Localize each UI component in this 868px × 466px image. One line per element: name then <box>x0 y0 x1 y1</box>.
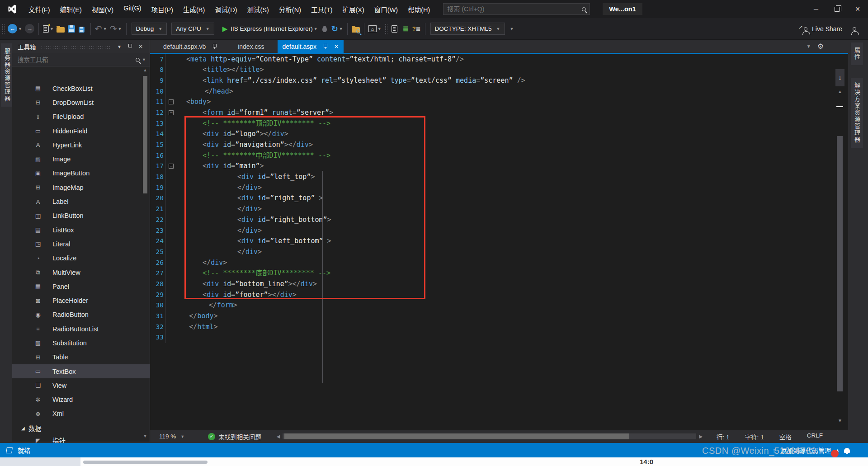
toolbox-item[interactable]: ◫LinkButton <box>12 209 150 223</box>
scrollbar-thumb[interactable] <box>837 136 843 391</box>
toolbox-item[interactable]: ▣ImageButton <box>12 166 150 180</box>
new-file-button[interactable]: ▼ <box>42 22 55 36</box>
doctype-dropdown[interactable]: DOCTYPE: XHTML5▼ <box>430 23 505 35</box>
scroll-up-icon[interactable]: ▲ <box>142 68 148 72</box>
toolbox-item[interactable]: ≡RadioButtonList <box>12 322 150 336</box>
split-editor-handle[interactable]: ↕ <box>835 69 844 86</box>
menu-item[interactable]: 测试(S) <box>242 3 274 16</box>
toolbox-item[interactable]: ▨Image <box>12 152 150 166</box>
toolbar-grip[interactable] <box>2 24 5 34</box>
editor-tab-index.css[interactable]: index.css <box>233 40 269 53</box>
toolbox-item[interactable]: ◔Localize <box>12 251 150 265</box>
toolbox-item[interactable]: ▤ListBox <box>12 223 150 237</box>
toolbox-item[interactable]: ⊞Table <box>12 350 150 364</box>
send-feedback-button[interactable] <box>850 22 861 36</box>
comment-lines-button[interactable]: ?≣ <box>411 22 422 36</box>
close-icon[interactable]: ✕ <box>135 43 146 50</box>
solution-configuration-dropdown[interactable]: Debug▼ <box>132 23 167 35</box>
scroll-down-icon[interactable]: ▼ <box>142 434 148 438</box>
live-share-button[interactable]: ↗ Live Share <box>797 22 844 36</box>
toolbox-search-box[interactable]: ▼ <box>12 53 150 66</box>
close-button[interactable]: ✕ <box>847 0 868 18</box>
menu-item[interactable]: 窗口(W) <box>369 3 403 16</box>
save-button[interactable] <box>66 22 77 36</box>
gear-icon[interactable]: ⚙ <box>817 42 824 51</box>
toolbox-search-input[interactable] <box>18 56 136 63</box>
pin-icon[interactable] <box>323 44 327 49</box>
column-indicator[interactable]: 字符: 1 <box>737 432 772 441</box>
sidebar-tab-server-explorer[interactable]: 服务器资源管理器 <box>1 43 13 107</box>
toolbox-item[interactable]: ▧Substitution <box>12 336 150 350</box>
search-icon[interactable] <box>136 58 140 62</box>
save-all-button[interactable] <box>77 22 88 36</box>
solution-platform-dropdown[interactable]: Any CPU▼ <box>171 23 214 35</box>
close-icon[interactable]: ✕ <box>334 43 339 50</box>
menu-item[interactable]: 帮助(H) <box>403 3 435 16</box>
scrollbar-thumb[interactable] <box>284 433 629 439</box>
menu-item[interactable]: Git(G) <box>118 3 146 16</box>
find-in-files-button[interactable] <box>350 22 361 36</box>
zoom-level-dropdown[interactable]: 119 % ▼ <box>150 433 189 440</box>
menu-item[interactable]: 扩展(X) <box>338 3 369 16</box>
toolbox-section-header[interactable]: ◢ 数据 <box>12 422 150 434</box>
format-selection-button[interactable]: ≣ <box>400 22 411 36</box>
navigate-forward-button[interactable]: → <box>24 22 36 36</box>
menu-item[interactable]: 文件(F) <box>24 3 55 16</box>
editor-horizontal-scrollbar[interactable] <box>283 433 696 439</box>
menu-item[interactable]: 项目(P) <box>146 3 178 16</box>
document-list-icon[interactable]: ▼ <box>807 44 811 49</box>
scroll-up-icon[interactable]: ▲ <box>835 89 844 94</box>
editor-tab-default.aspx.vb[interactable]: default.aspx.vb <box>158 40 225 53</box>
scrollbar-thumb[interactable] <box>143 76 147 193</box>
toolbox-drag-handle[interactable] <box>41 46 111 49</box>
open-file-button[interactable] <box>55 22 66 36</box>
toolbar-grip[interactable] <box>385 24 387 34</box>
toolbox-item[interactable]: ⊞ImageMap <box>12 180 150 194</box>
minimize-button[interactable]: ─ <box>806 0 826 18</box>
refresh-button[interactable]: ↻▼ <box>330 22 344 36</box>
menu-item[interactable]: 调试(D) <box>210 3 242 16</box>
global-search-input[interactable] <box>447 5 582 13</box>
hot-reload-button[interactable] <box>319 22 330 36</box>
undo-button[interactable]: ↶▼ <box>94 22 108 36</box>
scroll-down-icon[interactable]: ▼ <box>835 418 844 423</box>
fold-collapse-button[interactable]: − <box>169 164 174 169</box>
toolbox-item[interactable]: ◉RadioButton <box>12 308 150 322</box>
toolbox-item[interactable]: AHyperLink <box>12 138 150 152</box>
start-debugging-button[interactable]: ▶ IIS Express (Internet Explorer) ▼ <box>221 22 319 36</box>
sidebar-tab-解决方案资源管理器[interactable]: 解决方案资源管理器 <box>851 78 863 148</box>
toolbox-menu-icon[interactable]: ▼ <box>114 44 125 49</box>
chevron-down-icon[interactable]: ▼ <box>142 57 146 62</box>
format-document-button[interactable] <box>389 22 400 36</box>
toolbox-header[interactable]: 工具箱 ▼ ✕ <box>12 40 150 53</box>
toolbox-item[interactable]: ⧉MultiView <box>12 265 150 279</box>
sidebar-tab-属性[interactable]: 属性 <box>851 42 863 65</box>
editor-vertical-scrollbar[interactable]: ↕ ▲ ▼ <box>835 69 844 466</box>
navigate-back-button[interactable]: ←▼ <box>6 22 24 36</box>
toolbox-item[interactable]: ⊠PlaceHolder <box>12 293 150 307</box>
toolbox-scrollbar[interactable]: ▲ ▼ <box>142 68 148 438</box>
toolbox-item[interactable]: ALabel <box>12 194 150 208</box>
toolbox-item[interactable]: ▤CheckBoxList <box>12 81 150 95</box>
fold-collapse-button[interactable]: − <box>169 110 174 115</box>
search-icon[interactable] <box>582 7 586 11</box>
restore-button[interactable] <box>826 0 847 18</box>
line-indicator[interactable]: 行: 1 <box>709 432 737 441</box>
editor-tab-default.aspx[interactable]: default.aspx✕ <box>278 40 344 53</box>
document-health-indicator[interactable]: ✓ 未找到相关问题 <box>208 432 261 441</box>
toolbox-item[interactable]: ⊟DropDownList <box>12 95 150 109</box>
menu-item[interactable]: 视图(V) <box>87 3 118 16</box>
toolbar-overflow-icon[interactable]: ▼ <box>510 27 514 31</box>
toolbox-item[interactable]: ▦Panel <box>12 279 150 293</box>
menu-item[interactable]: 分析(N) <box>274 3 306 16</box>
menu-item[interactable]: 生成(B) <box>178 3 210 16</box>
eol-indicator[interactable]: CRLF <box>799 432 830 441</box>
toolbox-item[interactable]: ❏View <box>12 378 150 392</box>
scroll-left-icon[interactable]: ◀ <box>277 434 280 439</box>
browser-preview-button[interactable]: ⌂▼ <box>367 22 383 36</box>
menu-item[interactable]: 工具(T) <box>306 3 338 16</box>
pin-icon[interactable] <box>212 44 217 49</box>
menu-item[interactable]: 编辑(E) <box>55 3 87 16</box>
toolbox-item[interactable]: ⊛Xml <box>12 407 150 421</box>
toolbox-item[interactable]: ✲Wizard <box>12 393 150 407</box>
